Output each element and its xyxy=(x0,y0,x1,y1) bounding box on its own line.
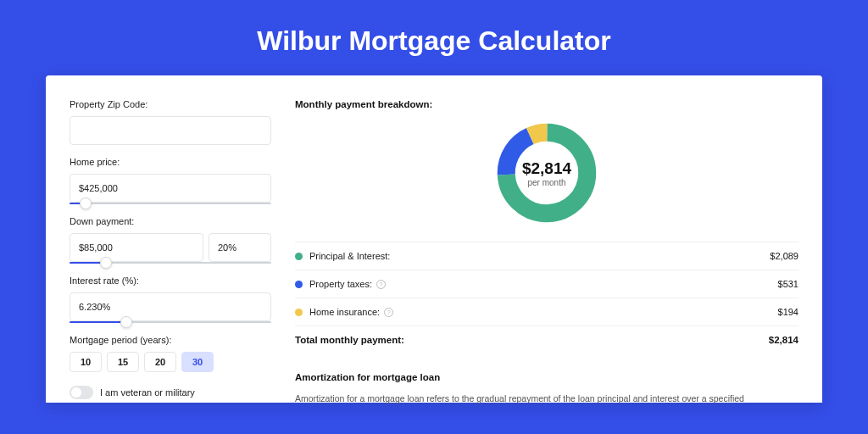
breakdown-item: Principal & Interest:$2,089 xyxy=(295,242,798,270)
veteran-label: I am veteran or military xyxy=(100,387,195,398)
down-payment-group: Down payment: xyxy=(70,216,271,264)
form-column: Property Zip Code: Home price: Down paym… xyxy=(70,99,271,403)
page-title: Wilbur Mortgage Calculator xyxy=(46,0,822,75)
down-payment-amount-input[interactable] xyxy=(70,233,203,262)
period-option-10[interactable]: 10 xyxy=(70,352,102,372)
donut-chart: $2,814 per month xyxy=(295,120,798,226)
amort-body: Amortization for a mortgage loan refers … xyxy=(295,392,798,406)
interest-label: Interest rate (%): xyxy=(70,275,271,286)
breakdown-item-label: Property taxes:? xyxy=(309,279,778,289)
legend-dot-icon xyxy=(295,281,303,288)
period-option-15[interactable]: 15 xyxy=(107,352,139,372)
home-price-label: Home price: xyxy=(70,157,271,167)
veteran-toggle-knob xyxy=(71,387,81,398)
help-icon[interactable]: ? xyxy=(384,308,393,317)
breakdown-item: Home insurance:?$194 xyxy=(295,298,798,326)
app-frame: Wilbur Mortgage Calculator Property Zip … xyxy=(0,0,868,434)
breakdown-item-amount: $531 xyxy=(778,279,798,289)
down-payment-slider[interactable] xyxy=(70,262,271,264)
period-options: 10152030 xyxy=(70,352,271,372)
breakdown-item-amount: $194 xyxy=(778,307,798,317)
veteran-toggle[interactable] xyxy=(70,386,93,399)
home-price-slider-thumb[interactable] xyxy=(80,198,92,209)
total-row: Total monthly payment: $2,814 xyxy=(295,326,798,353)
period-label: Mortgage period (years): xyxy=(70,335,271,345)
down-payment-slider-thumb[interactable] xyxy=(100,257,112,269)
breakdown-item-label: Principal & Interest: xyxy=(309,251,770,261)
home-price-slider[interactable] xyxy=(70,203,271,204)
interest-group: Interest rate (%): xyxy=(70,275,271,323)
donut-center: $2,814 per month xyxy=(522,159,571,187)
amort-heading: Amortization for mortgage loan xyxy=(295,372,798,382)
breakdown-item-amount: $2,089 xyxy=(770,251,798,261)
donut-sub: per month xyxy=(522,178,571,187)
breakdown-item: Property taxes:?$531 xyxy=(295,270,798,298)
legend-dot-icon xyxy=(295,253,303,260)
home-price-input[interactable] xyxy=(70,174,271,203)
breakdown-heading: Monthly payment breakdown: xyxy=(295,99,798,109)
down-payment-label: Down payment: xyxy=(70,216,271,226)
zip-label: Property Zip Code: xyxy=(70,99,271,109)
help-icon[interactable]: ? xyxy=(376,280,386,289)
breakdown-column: Monthly payment breakdown: $2,814 per mo… xyxy=(295,99,798,403)
total-amount: $2,814 xyxy=(769,335,798,345)
zip-group: Property Zip Code: xyxy=(70,99,271,145)
interest-slider[interactable] xyxy=(70,321,271,323)
breakdown-item-label: Home insurance:? xyxy=(309,307,778,317)
donut-amount: $2,814 xyxy=(522,159,571,178)
total-label: Total monthly payment: xyxy=(295,335,404,345)
period-option-20[interactable]: 20 xyxy=(144,352,176,372)
period-group: Mortgage period (years): 10152030 xyxy=(70,335,271,372)
interest-slider-thumb[interactable] xyxy=(120,316,132,328)
zip-input[interactable] xyxy=(70,116,271,145)
interest-input[interactable] xyxy=(70,292,271,321)
legend-dot-icon xyxy=(295,309,303,316)
period-option-30[interactable]: 30 xyxy=(181,352,214,372)
home-price-group: Home price: xyxy=(70,157,271,204)
calculator-card: Property Zip Code: Home price: Down paym… xyxy=(46,75,822,403)
interest-slider-fill xyxy=(70,321,126,323)
amortization-section: Amortization for mortgage loan Amortizat… xyxy=(295,372,798,406)
veteran-row: I am veteran or military xyxy=(70,386,271,399)
down-payment-percent-input[interactable] xyxy=(209,233,271,262)
